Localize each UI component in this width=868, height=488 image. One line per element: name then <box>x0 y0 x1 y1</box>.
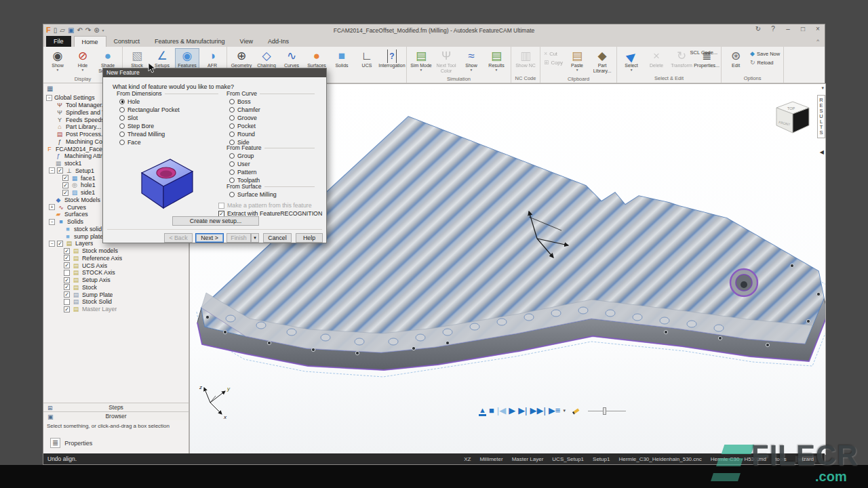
chaining-button[interactable]: ◇Chaining <box>254 48 279 69</box>
tab-add-ins[interactable]: Add-Ins <box>260 36 296 47</box>
results-button[interactable]: ▤Results▾ <box>484 48 509 73</box>
radio-option-step-bore[interactable]: Step Bore <box>117 123 218 130</box>
steps-pane-button[interactable]: ⊞Steps <box>43 403 189 411</box>
afr-button[interactable]: ◑AFR <box>200 48 224 69</box>
radio-option-group[interactable]: Group <box>226 152 315 160</box>
checkbox[interactable]: ✓ <box>57 241 63 247</box>
geometry-button[interactable]: ⊕Geometry <box>229 48 254 69</box>
playback-menu-arrow[interactable]: ▾ <box>563 408 566 413</box>
next-button[interactable]: Next > <box>195 233 224 243</box>
speed-slider[interactable] <box>588 407 606 415</box>
undo-icon[interactable]: ↶ <box>77 25 82 35</box>
slider-handle[interactable] <box>603 407 606 415</box>
checkbox[interactable]: ✓ <box>64 291 70 298</box>
results-tab[interactable]: RESULTS <box>817 95 825 138</box>
radio-option-thread-milling[interactable]: Thread Milling <box>117 131 218 138</box>
tree-item-master-layer[interactable]: ✓▤Master Layer <box>43 306 189 313</box>
ucs-button[interactable]: ∟UCS <box>355 48 379 69</box>
delete-button[interactable]: ×Delete <box>644 48 669 69</box>
reload-button[interactable]: ↻Reload <box>749 58 781 66</box>
sim-mode-button[interactable]: ▤Sim Mode▾ <box>409 48 433 73</box>
sync-icon[interactable]: ↻ <box>754 25 762 33</box>
checkbox[interactable] <box>64 299 70 305</box>
minimize-icon[interactable]: – <box>784 25 792 33</box>
radio-option-round[interactable]: Round <box>226 131 315 138</box>
finish-dropdown-button[interactable]: ▾ <box>251 233 259 243</box>
checkbox[interactable]: ✓ <box>64 255 70 261</box>
tab-file[interactable]: File <box>46 36 71 47</box>
collapse-icon[interactable]: − <box>49 219 55 225</box>
select-button[interactable]: ▶Select▾ <box>619 48 644 73</box>
radio-option-groove[interactable]: Groove <box>226 115 315 122</box>
checkbox[interactable]: ✓ <box>62 182 68 188</box>
surfaces-button[interactable]: ●Surfaces <box>304 48 329 69</box>
view-cube[interactable]: TOP FRONT <box>776 102 809 133</box>
create-new-setup-button[interactable]: Create new setup... <box>172 216 259 226</box>
help-button[interactable]: Help <box>296 233 323 243</box>
radio-option-chamfer[interactable]: Chamfer <box>226 106 315 114</box>
checkbox[interactable]: ✓ <box>57 167 63 174</box>
stock-button[interactable]: ▧Stock <box>125 48 149 69</box>
radio-option-slot[interactable]: Slot <box>117 115 218 122</box>
show-nc-button[interactable]: ▥Show NC <box>513 48 538 69</box>
results-pane-dropdown-icon[interactable]: ▾ <box>821 85 824 91</box>
back-button[interactable]: < Back <box>164 233 193 243</box>
curves-button[interactable]: ∿Curves <box>279 48 304 69</box>
save-file-icon[interactable]: ▣ <box>68 25 74 35</box>
qat-settings-icon[interactable]: ⊛ <box>94 25 99 35</box>
eject-button[interactable]: ▲ <box>479 406 486 416</box>
radio-option-face[interactable]: Face <box>117 139 218 146</box>
copy-button[interactable]: ⊞Copy <box>542 58 564 66</box>
expand-icon[interactable]: + <box>49 204 55 210</box>
tree-item-layer-setup-axis[interactable]: ✓▤Setup Axis <box>43 277 189 284</box>
radio-option-user[interactable]: User <box>226 161 315 168</box>
checkbox[interactable]: ✓ <box>64 262 70 268</box>
tree-item-layer-sump-plate[interactable]: ✓▤Sump Plate <box>43 291 189 298</box>
play-button[interactable]: ▶ <box>509 405 515 416</box>
part-library-button[interactable]: ◆Part Library... <box>590 48 614 75</box>
edit-options-button[interactable]: ⊛Edit <box>724 48 748 69</box>
radio-option-pocket[interactable]: Pocket <box>226 123 315 130</box>
interrogation-button[interactable]: ?Interrogation <box>380 48 404 69</box>
help-icon[interactable]: ? <box>769 25 777 33</box>
next-tool-color-button[interactable]: ΨNext Tool Color <box>434 48 458 75</box>
scl-code-button[interactable]: SCL Code... <box>689 49 718 56</box>
tab-construct[interactable]: Construct <box>106 36 148 47</box>
show-button[interactable]: ◉Show▾ <box>45 48 70 73</box>
cancel-button[interactable]: Cancel <box>263 233 292 243</box>
maximize-icon[interactable]: □ <box>799 25 807 33</box>
radio-option-rectangular-pocket[interactable]: Rectangular Pocket <box>117 106 218 114</box>
tree-item-layer-stock-axis[interactable]: ▤STOCK Axis <box>43 269 189 277</box>
save-now-button[interactable]: ◆Save Now <box>749 49 781 58</box>
properties-button[interactable]: ≣Properties <box>43 435 189 455</box>
app-logo-icon[interactable]: F <box>46 25 51 35</box>
checkbox[interactable]: ✓ <box>64 248 70 254</box>
qat-dropdown-icon[interactable]: ▾ <box>102 28 104 33</box>
play-to-next-button[interactable]: ▶| <box>518 405 527 416</box>
tree-item-layer-stock[interactable]: ✓▤Stock <box>43 284 189 291</box>
solids-button[interactable]: ■Solids <box>330 48 354 69</box>
tab-features-manufacturing[interactable]: Features & Manufacturing <box>147 36 233 47</box>
radio-option-pattern[interactable]: Pattern <box>226 169 315 176</box>
checkbox[interactable] <box>64 270 70 276</box>
tree-item-layer-stock-solid[interactable]: ▤Stock Solid <box>43 298 189 306</box>
checkbox-make-a-pattern[interactable]: Make a pattern from this feature <box>218 202 312 209</box>
redo-icon[interactable]: ↷ <box>85 25 91 35</box>
checkbox[interactable]: ✓ <box>62 190 68 196</box>
radio-option-hole[interactable]: Hole <box>117 98 218 106</box>
collapse-ribbon-icon[interactable]: ^ <box>816 38 819 44</box>
stop-button[interactable]: ■ <box>489 405 494 416</box>
sim-show-button[interactable]: ≈Show▾ <box>459 48 484 73</box>
tree-item-layer-reference-axis[interactable]: ✓▤Reference Axis <box>43 255 189 262</box>
checkbox[interactable]: ✓ <box>62 175 68 181</box>
collapse-icon[interactable]: − <box>46 95 52 101</box>
finish-button[interactable]: Finish <box>226 233 251 243</box>
draw-toolpath-icon[interactable] <box>571 407 580 415</box>
tab-home[interactable]: Home <box>74 36 106 47</box>
checkbox[interactable]: ✓ <box>64 277 70 283</box>
results-expand-icon[interactable]: ◀ <box>820 149 824 155</box>
browser-pane-button[interactable]: ▣Browser <box>43 411 189 420</box>
checkbox[interactable]: ✓ <box>64 306 70 312</box>
collapse-icon[interactable]: − <box>49 167 55 174</box>
tab-view[interactable]: View <box>233 36 260 47</box>
